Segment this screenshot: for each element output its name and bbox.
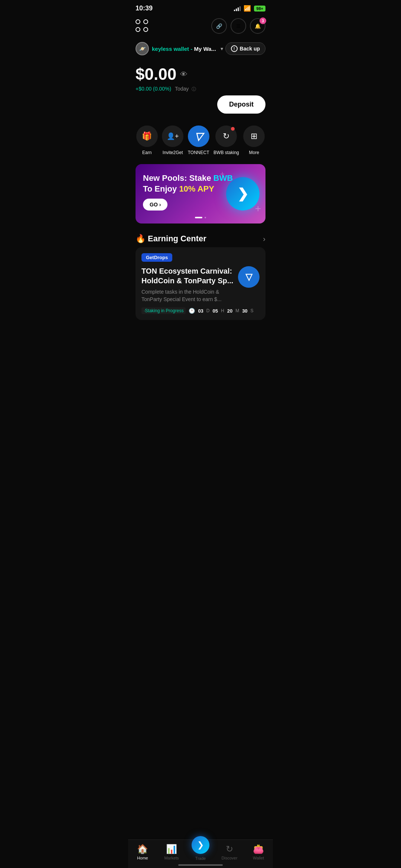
- status-bar: 10:39 📶 98+: [128, 0, 273, 15]
- promotion-banner[interactable]: New Pools: Stake BWB To Enjoy 10% APY GO…: [136, 164, 265, 223]
- action-more[interactable]: ⊞ More: [243, 125, 265, 155]
- earning-center-arrow[interactable]: ›: [263, 235, 265, 243]
- card-badge: GetDrops: [141, 253, 172, 262]
- menu-icon: ☰: [236, 23, 241, 29]
- app-logo[interactable]: [136, 19, 149, 33]
- header-icon-group: 🔗 ☰ 🔔 3: [211, 18, 265, 34]
- red-dot-indicator: [231, 127, 235, 131]
- action-tonnect[interactable]: ▽ TONNECT: [188, 125, 209, 155]
- invite-icon-circle: 👤+: [162, 125, 183, 147]
- banner-coin: ❯: [226, 177, 260, 211]
- deposit-button[interactable]: Deposit: [217, 95, 265, 114]
- action-earn[interactable]: 🎁 Earn: [136, 125, 158, 155]
- balance-change-row: +$0.00 (0.00%) Today ⓘ: [136, 86, 265, 92]
- action-buttons: 🎁 Earn 👤+ Invite2Get ▽ TONNECT ↻ BWB sta…: [128, 120, 273, 161]
- chevron-down-icon: ▾: [221, 46, 223, 52]
- backup-button[interactable]: ! Back up: [225, 42, 265, 55]
- card-footer: ·Staking in Progress 🕐 03 D 05 H 20 M 30…: [141, 307, 260, 314]
- banner-plus-decoration-tl: +: [220, 169, 225, 179]
- balance-period: Today: [175, 86, 189, 92]
- bwb-icon-circle: ↻: [215, 125, 237, 147]
- notification-badge: 3: [260, 17, 266, 24]
- battery-status: 98+: [254, 6, 265, 12]
- timer-days-value: 03: [198, 308, 203, 314]
- card-title: TON Ecosystem Carnival: HoldCoin & TonPa…: [141, 266, 234, 285]
- action-bwb[interactable]: ↻ BWB staking: [213, 125, 239, 155]
- wallet-row: 🪐 keyless wallet - My Wa... ▾ ! Back up: [128, 38, 273, 59]
- tonnect-icon-circle: ▽: [188, 125, 209, 147]
- backup-label: Back up: [240, 46, 260, 52]
- tonnect-label: TONNECT: [188, 150, 209, 155]
- earning-card[interactable]: GetDrops TON Ecosystem Carnival: HoldCoi…: [136, 247, 265, 320]
- timer-secs-value: 30: [242, 308, 247, 314]
- deposit-row: Deposit: [128, 95, 273, 120]
- timer-days-label: D: [206, 308, 210, 313]
- card-logo: ▽: [238, 266, 260, 288]
- earn-icon-circle: 🎁: [136, 125, 158, 147]
- timer-hours-label: H: [221, 308, 224, 313]
- status-icons: 📶 98+: [234, 5, 265, 12]
- menu-button[interactable]: ☰: [231, 18, 246, 34]
- wifi-icon: 📶: [244, 5, 251, 12]
- timer-clock-icon: 🕐: [189, 308, 195, 314]
- balance-section: $0.00 👁 +$0.00 (0.00%) Today ⓘ: [128, 59, 273, 95]
- wallet-avatar: 🪐: [136, 42, 149, 55]
- more-label: More: [249, 150, 259, 155]
- signal-icon: [234, 6, 241, 11]
- eye-icon[interactable]: 👁: [180, 70, 188, 79]
- wallet-selector[interactable]: 🪐 keyless wallet - My Wa... ▾: [136, 42, 223, 55]
- staking-badge: ·Staking in Progress: [141, 307, 186, 314]
- earn-label: Earn: [142, 150, 151, 155]
- notification-button[interactable]: 🔔 3: [250, 18, 265, 34]
- timer-hours-value: 05: [213, 308, 218, 314]
- balance-change: +$0.00 (0.00%): [136, 86, 171, 92]
- banner-go-button[interactable]: GO ›: [143, 199, 167, 211]
- link-icon: 🔗: [216, 23, 222, 29]
- card-description: Complete tasks in the HoldCoin & TonPart…: [141, 288, 234, 303]
- card-text-area: TON Ecosystem Carnival: HoldCoin & TonPa…: [141, 266, 234, 303]
- wallet-name: keyless wallet - My Wa...: [152, 46, 216, 52]
- logo-grid: [136, 19, 149, 33]
- info-icon: ⓘ: [192, 87, 196, 92]
- alert-icon: !: [231, 45, 238, 52]
- action-invite[interactable]: 👤+ Invite2Get: [162, 125, 183, 155]
- balance-row: $0.00 👁: [136, 65, 265, 84]
- banner-pagination: [195, 217, 206, 218]
- link-button[interactable]: 🔗: [211, 18, 227, 34]
- timer-mins-value: 20: [227, 308, 232, 314]
- timer-mins-label: M: [235, 308, 239, 313]
- earning-center-title: 🔥 Earning Center: [136, 234, 206, 244]
- status-time: 10:39: [136, 4, 153, 12]
- more-icon-circle: ⊞: [243, 125, 265, 147]
- balance-amount: $0.00: [136, 65, 176, 84]
- bottom-spacer: [128, 326, 273, 356]
- timer-secs-label: S: [251, 308, 254, 313]
- bell-icon: 🔔: [255, 23, 261, 29]
- header: 🔗 ☰ 🔔 3: [128, 15, 273, 38]
- invite-label: Invite2Get: [163, 150, 183, 155]
- earning-center-header: 🔥 Earning Center ›: [128, 229, 273, 247]
- bwb-label: BWB staking: [213, 150, 239, 155]
- banner-plus-decoration-br: +: [255, 203, 261, 215]
- card-content: TON Ecosystem Carnival: HoldCoin & TonPa…: [141, 266, 260, 303]
